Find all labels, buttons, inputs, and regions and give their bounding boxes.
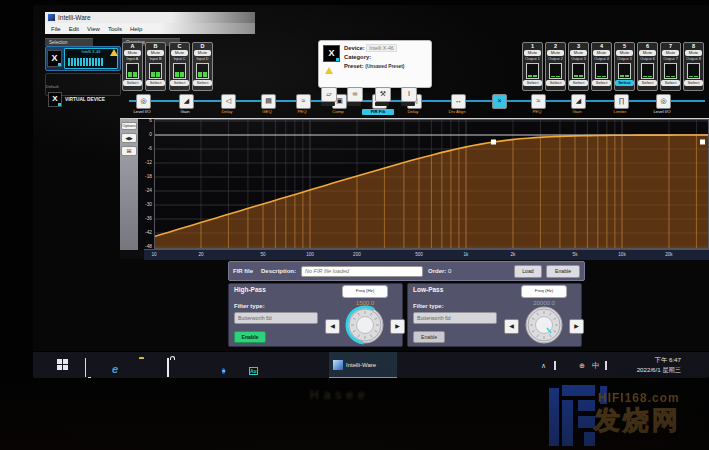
options-button[interactable]: Options (121, 122, 137, 130)
channel-id: 4 (592, 43, 611, 50)
select-button[interactable]: Select (546, 80, 565, 86)
mute-button[interactable]: Mute (147, 50, 164, 56)
y-tick-label: 6 (138, 118, 152, 124)
mute-button[interactable]: Mute (547, 50, 564, 56)
wolf-app-icon[interactable] (304, 359, 316, 371)
select-button[interactable]: Select (569, 80, 588, 86)
mute-button[interactable]: Mute (593, 50, 610, 56)
pan-arrows-button[interactable]: ◀▶ (121, 133, 137, 143)
device-item-intelli-x46[interactable]: X Intelli X-46 (45, 46, 121, 71)
adobe-audition-icon[interactable]: Au (249, 359, 261, 371)
select-button[interactable]: Select (146, 80, 165, 86)
menu-file[interactable]: File (47, 26, 65, 32)
output-channel-7: 7MuteOutput 7Select (660, 42, 681, 91)
select-button[interactable]: Select (523, 80, 542, 86)
mute-button[interactable]: Mute (524, 50, 541, 56)
green-app-icon[interactable] (194, 359, 206, 371)
select-button[interactable]: Select (592, 80, 611, 86)
input-channel-C: CMuteInput CSelect (169, 42, 190, 91)
start-button[interactable] (57, 359, 69, 371)
flow-level-i-o-icon[interactable]: ◎ (136, 94, 151, 109)
menu-view[interactable]: View (83, 26, 104, 32)
highpass-freq-knob[interactable] (342, 302, 388, 348)
lowpass-freq-up-button[interactable]: ▶ (569, 319, 584, 334)
monitor-photo: Intelli-Ware FileEditViewToolsHelp Selec… (0, 0, 709, 450)
filter-type-label: Filter type: (413, 303, 444, 309)
flow-level-i-o-icon[interactable]: ◎ (656, 94, 671, 109)
task-view-icon[interactable] (85, 359, 97, 371)
select-button[interactable]: Select (661, 80, 680, 86)
mute-button[interactable]: Mute (124, 50, 141, 56)
flow-label: Drv Align (441, 109, 473, 115)
y-tick-label: -12 (138, 160, 152, 166)
description-input[interactable] (301, 266, 423, 277)
store-icon[interactable] (167, 359, 179, 371)
flow-gain-icon[interactable]: ◢ (571, 94, 586, 109)
load-button[interactable]: Load (514, 265, 542, 278)
device-info-popup: X Device: Intelli X-46 Category: Preset:… (318, 40, 432, 88)
file-explorer-icon[interactable] (139, 359, 151, 371)
flow-label: PEQ (286, 109, 318, 115)
flow-peq-icon[interactable]: ≈ (296, 94, 311, 109)
select-button[interactable]: Select (638, 80, 657, 86)
preset-label: Preset: (344, 63, 364, 69)
lowpass-freq-down-button[interactable]: ◀ (504, 319, 519, 334)
mute-button[interactable]: Mute (570, 50, 587, 56)
lowpass-panel: Low-Pass Freq (Hz) 20000.0 Filter type: … (407, 283, 582, 347)
mute-button[interactable]: Mute (616, 50, 633, 56)
select-button[interactable]: Select (170, 80, 189, 86)
flow-geq-icon[interactable]: ▤ (261, 94, 276, 109)
tray-ime-indicator[interactable]: 中 (592, 361, 600, 371)
flow-label: Limiter (604, 109, 636, 115)
flow-label: Delay (397, 109, 429, 115)
app-icon (48, 14, 55, 21)
mute-button[interactable]: Mute (171, 50, 188, 56)
channel-id: 5 (615, 43, 634, 50)
tray-power-icon[interactable] (554, 361, 556, 371)
flow-delay-icon[interactable]: ◁ (221, 94, 236, 109)
link-icon[interactable]: ∞ (347, 87, 363, 102)
select-button[interactable]: Select (123, 80, 142, 86)
mute-button[interactable]: Mute (194, 50, 211, 56)
edge-icon[interactable]: e (112, 359, 124, 371)
fir-file-label: FIR file (233, 268, 253, 274)
highpass-filter-type-select[interactable]: Butterworth 6d (234, 312, 318, 324)
flow-peq-icon[interactable]: ≈ (531, 94, 546, 109)
flow-gain-icon[interactable]: ◢ (179, 94, 194, 109)
menu-edit[interactable]: Edit (65, 26, 83, 32)
menu-help[interactable]: Help (126, 26, 146, 32)
flow-limiter-icon[interactable]: ∏ (614, 94, 629, 109)
lowpass-enable-button[interactable]: Enable (413, 331, 445, 343)
select-button[interactable]: Select (684, 80, 703, 86)
menu-tools[interactable]: Tools (104, 26, 126, 32)
response-plot[interactable] (154, 119, 709, 249)
highpass-freq-down-button[interactable]: ◀ (325, 319, 340, 334)
select-button[interactable]: Select (193, 80, 212, 86)
highpass-enable-button[interactable]: Enable (234, 331, 266, 343)
device-value: Intelli X-46 (366, 44, 397, 52)
fir-enable-button[interactable]: Enable (546, 265, 580, 278)
mute-button[interactable]: Mute (685, 50, 702, 56)
taskbar-clock[interactable]: 下午 6:47 2022/6/1 星期三 (637, 355, 681, 375)
device-item-virtual[interactable]: Default X VIRTUAL DEVICE (45, 73, 121, 96)
audio-app-icon[interactable]: ≈ (222, 359, 234, 371)
taskbar-intelli-ware-button[interactable]: Intelli-Ware (329, 352, 397, 378)
edit-icon[interactable]: I (401, 87, 417, 102)
open-file-icon[interactable]: ▱ (321, 87, 337, 102)
flow-x-over-icon[interactable]: × (492, 94, 507, 109)
tray-chevron-icon[interactable]: ∧ (541, 361, 546, 371)
select-button-active[interactable]: Select (615, 80, 634, 86)
mute-button[interactable]: Mute (662, 50, 679, 56)
mute-button[interactable]: Mute (639, 50, 656, 56)
firefox-icon[interactable] (277, 359, 289, 371)
tools-icon[interactable]: ⚒ (375, 87, 391, 102)
flow-drv-align-icon[interactable]: ↔ (451, 94, 466, 109)
tray-network-icon[interactable]: ⊕ (579, 361, 585, 371)
level-meter (572, 63, 585, 79)
tray-touch-keyboard-icon[interactable] (605, 361, 607, 371)
lowpass-freq-knob[interactable] (521, 302, 567, 348)
grid-view-button[interactable]: ⊞ (121, 146, 137, 156)
window-titlebar[interactable]: Intelli-Ware (45, 12, 255, 23)
highpass-freq-up-button[interactable]: ▶ (390, 319, 405, 334)
lowpass-filter-type-select[interactable]: Butterworth 6d (413, 312, 497, 324)
